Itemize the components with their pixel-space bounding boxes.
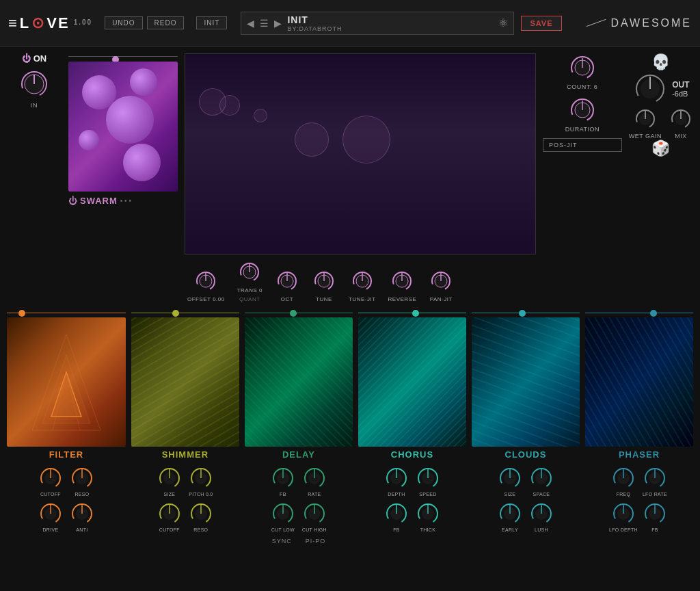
chorus-slider-thumb[interactable] <box>412 310 419 317</box>
pan-jit-knob[interactable] <box>429 269 453 293</box>
clouds-early-knob[interactable] <box>497 501 523 527</box>
count-knob[interactable] <box>568 53 597 82</box>
chorus-depth-knob-item: DEPTH <box>382 465 411 497</box>
filter-anti-knob[interactable] <box>69 501 95 527</box>
phaser-texture <box>585 317 693 447</box>
filter-slider-thumb[interactable] <box>18 310 25 317</box>
filter-drive-knob[interactable] <box>38 501 64 527</box>
phaser-lfo-rate-knob[interactable] <box>642 465 668 491</box>
delay-pipo-label: PI-PO <box>306 538 326 544</box>
trans-knob-label: TRANS 0 <box>237 287 262 293</box>
shimmer-pitch-label: PITCH 0.0 <box>189 492 213 497</box>
init-button[interactable]: INIT <box>196 16 227 29</box>
redo-button[interactable]: REDO <box>147 16 185 29</box>
chorus-knobs-row2: FB THICK <box>358 501 466 532</box>
shimmer-cutoff-knob[interactable] <box>157 501 183 527</box>
chorus-thick-knob-item: THICK <box>414 501 442 532</box>
delay-slider-thumb[interactable] <box>290 310 297 317</box>
clouds-lush-knob[interactable] <box>528 501 554 527</box>
clouds-slider-thumb[interactable] <box>519 310 526 317</box>
delay-image <box>245 317 353 447</box>
in-knob[interactable] <box>18 68 51 101</box>
oct-knob-label: OCT <box>281 296 293 302</box>
swarm-power-icon[interactable]: ⏻ <box>68 196 77 206</box>
clouds-size-knob[interactable] <box>497 465 523 491</box>
mix-knob[interactable] <box>669 107 693 131</box>
phaser-freq-knob-item: FREQ <box>609 465 638 497</box>
tune-jit-knob-item: TUNE-JIT <box>349 269 376 302</box>
chorus-speed-knob[interactable] <box>415 465 441 491</box>
clouds-knobs-row1: SIZE SPACE <box>472 465 580 497</box>
shimmer-reso-knob[interactable] <box>188 501 214 527</box>
wet-gain-knob[interactable] <box>633 107 658 131</box>
out-knob[interactable] <box>632 71 668 107</box>
delay-sync-label: SYNC <box>272 538 292 544</box>
swarm-slider[interactable] <box>68 53 178 59</box>
chorus-fb-knob[interactable] <box>383 501 409 527</box>
chorus-speed-knob-item: SPEED <box>414 465 442 497</box>
on-toggle[interactable]: ⏻ ON <box>22 53 47 64</box>
tune-knob[interactable] <box>312 269 336 293</box>
delay-sync-row: SYNC PI-PO <box>245 538 353 544</box>
phaser-slider-thumb[interactable] <box>650 310 657 317</box>
display-canvas[interactable] <box>185 53 536 254</box>
dice-icon[interactable]: 🎲 <box>651 140 670 157</box>
phaser-fb-knob[interactable] <box>642 501 668 527</box>
delay-slider[interactable] <box>245 309 353 316</box>
brand-line <box>587 19 606 27</box>
left-panel: ⏻ ON IN <box>7 53 62 302</box>
preset-atom-icon[interactable]: ⚛ <box>498 16 508 29</box>
duration-knob[interactable] <box>568 96 597 124</box>
shimmer-size-knob[interactable] <box>157 465 183 491</box>
phaser-fb-label: FB <box>651 527 658 532</box>
phaser-title: PHASER <box>619 449 660 460</box>
bubble-5 <box>123 144 161 181</box>
phaser-freq-knob[interactable] <box>610 465 636 491</box>
chorus-knobs: DEPTH SPEED <box>358 465 466 544</box>
chorus-speed-label: SPEED <box>419 492 436 497</box>
delay-cut-low-knob[interactable] <box>270 501 296 527</box>
shimmer-pitch-knob[interactable] <box>188 465 214 491</box>
phaser-lfo-depth-knob[interactable] <box>610 501 636 527</box>
reverse-knob[interactable] <box>390 269 414 293</box>
shimmer-cutoff-knob-item: CUTOFF <box>155 501 184 532</box>
filter-reso-knob[interactable] <box>69 465 95 491</box>
filter-slider[interactable] <box>7 309 126 316</box>
tune-jit-knob[interactable] <box>350 269 375 293</box>
save-button[interactable]: SAVE <box>521 16 561 31</box>
filter-cutoff-knob[interactable] <box>38 465 64 491</box>
chorus-thick-knob[interactable] <box>415 501 441 527</box>
delay-lines <box>245 317 353 447</box>
oct-knob-item: OCT <box>275 269 299 302</box>
delay-fb-knob[interactable] <box>270 465 296 491</box>
preset-prev-icon[interactable]: ◀ <box>247 18 254 29</box>
offset-knob[interactable] <box>193 269 218 293</box>
preset-next-icon[interactable]: ▶ <box>274 18 282 29</box>
app-logo: ≡ L ⊙ VE 1.00 <box>8 14 92 32</box>
shimmer-slider-thumb[interactable] <box>172 310 179 317</box>
preset-selector[interactable]: ◀ ☰ ▶ INIT BY:DATABROTH ⚛ <box>241 12 514 35</box>
delay-rate-knob[interactable] <box>301 465 327 491</box>
filter-image <box>7 317 126 447</box>
chorus-depth-knob[interactable] <box>383 465 409 491</box>
pos-jit-box[interactable]: POS-JIT <box>543 138 622 152</box>
filter-drive-label: DRIVE <box>42 527 58 532</box>
delay-knobs: FB RATE <box>245 465 353 544</box>
clouds-space-knob[interactable] <box>528 465 554 491</box>
swarm-bubbles <box>68 62 178 192</box>
skull-icon[interactable]: 💀 <box>651 53 670 71</box>
delay-cut-high-knob[interactable] <box>301 501 327 527</box>
phaser-freq-label: FREQ <box>617 492 631 497</box>
shimmer-slider[interactable] <box>131 309 239 316</box>
chorus-slider[interactable] <box>358 309 466 316</box>
undo-button[interactable]: UNDO <box>105 16 142 29</box>
filter-cutoff-knob-item: CUTOFF <box>36 465 65 497</box>
phaser-slider[interactable] <box>585 309 693 316</box>
shimmer-title: SHIMMER <box>162 449 208 460</box>
trans-knob[interactable] <box>237 260 262 285</box>
clouds-slider[interactable] <box>472 309 580 316</box>
duration-knob-label: DURATION <box>565 126 600 133</box>
chorus-image <box>358 317 466 447</box>
oct-knob[interactable] <box>275 269 299 293</box>
preset-menu-icon[interactable]: ☰ <box>260 18 269 29</box>
